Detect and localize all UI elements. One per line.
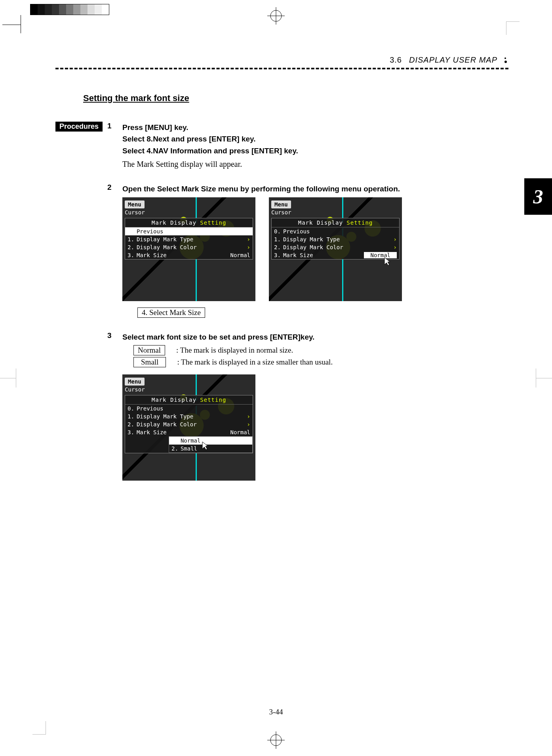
page-body: 3.6 DISAPLAY USER MAP 3 Setting the mark… <box>55 55 508 487</box>
dropdown-item-normal[interactable]: 1.Normal <box>169 437 252 445</box>
mark-size-value: Normal <box>230 252 250 258</box>
options-table: Normal : The mark is displayed in normal… <box>133 345 508 367</box>
panel-item-mark-size[interactable]: 3.Mark Size Normal <box>272 251 399 259</box>
section-number: 3.6 <box>390 55 402 65</box>
cursor-label: Cursor <box>125 386 145 393</box>
dropdown-item-small[interactable]: 2.Small <box>169 445 252 452</box>
option-normal-desc: : The mark is displayed in normal size. <box>176 346 293 355</box>
header-divider <box>55 68 508 69</box>
screenshot-menu-before: Menu Cursor Mark Display Setting 0.Previ… <box>122 197 255 301</box>
panel-item-mark-color[interactable]: 2.Display Mark Color › <box>125 420 253 428</box>
screenshot-menu-after: Menu Cursor Mark Display Setting 0.Previ… <box>269 197 402 301</box>
chevron-right-icon: › <box>394 236 397 242</box>
procedure-block: Procedures 1 Press [MENU] key. Select 8.… <box>55 122 508 487</box>
step-number: 2 <box>107 183 115 325</box>
step-1: 1 Press [MENU] key. Select 8.Next and pr… <box>107 122 508 177</box>
registration-mark-top <box>267 7 285 25</box>
panel-item-previous[interactable]: 0.Previous <box>272 227 399 235</box>
panel-item-mark-size[interactable]: 3.Mark Size Normal <box>125 428 253 436</box>
step1-line2: Select 8.Next and press [ENTER] key. <box>122 133 508 145</box>
inline-step-box: 4. Select Mark Size <box>137 307 205 318</box>
edge-mark-right <box>528 368 552 388</box>
chevron-right-icon: › <box>247 244 250 250</box>
procedures-badge: Procedures <box>55 122 103 132</box>
page-number: 3-44 <box>269 708 283 716</box>
cursor-label: Cursor <box>271 209 291 216</box>
step-2: 2 Open the Select Mark Size menu by perf… <box>107 183 508 325</box>
step1-line1: Press [MENU] key. <box>122 122 508 133</box>
step-number: 3 <box>107 331 115 481</box>
step2-text: Open the Select Mark Size menu by perfor… <box>122 183 508 195</box>
option-small-desc: : The mark is displayed in a size smalle… <box>177 358 333 367</box>
panel-item-mark-type[interactable]: 1.Display Mark Type › <box>125 412 253 420</box>
cursor-label: Cursor <box>125 209 145 216</box>
step-3: 3 Select mark font size to be set and pr… <box>107 331 508 481</box>
chevron-right-icon: › <box>247 421 250 428</box>
decorative-dots-icon <box>504 57 507 63</box>
inner-crop-tr <box>506 21 520 36</box>
panel-item-mark-type[interactable]: 1.Display Mark Type › <box>125 235 253 243</box>
panel-item-mark-color[interactable]: 2.Display Mark Color › <box>272 243 399 251</box>
step-number: 1 <box>107 122 115 177</box>
mark-display-panel: Mark Display Setting 0.Previous 1.Displa… <box>125 218 253 260</box>
panel-item-mark-color[interactable]: 2.Display Mark Color › <box>125 243 253 251</box>
running-head: 3.6 DISAPLAY USER MAP <box>55 55 508 65</box>
mark-size-value-selected: Normal <box>364 252 397 258</box>
panel-item-mark-type[interactable]: 1.Display Mark Type › <box>272 235 399 243</box>
panel-item-mark-size[interactable]: 3.Mark Size Normal <box>125 251 253 259</box>
option-small-box: Small <box>133 357 166 367</box>
density-swatch <box>30 4 109 15</box>
mark-display-panel: Mark Display Setting 0.Previous 1.Displa… <box>125 395 253 453</box>
panel-title-b: Setting <box>200 220 226 226</box>
step1-note: The Mark Setting display will appear. <box>122 160 508 169</box>
panel-item-previous[interactable]: 0.Previous <box>125 405 253 412</box>
chevron-right-icon: › <box>247 236 250 242</box>
section-title: DISAPLAY USER MAP <box>409 55 497 65</box>
option-normal-box: Normal <box>133 345 165 355</box>
step1-line3: Select 4.NAV Information and press [ENTE… <box>122 145 508 157</box>
step3-text: Select mark font size to be set and pres… <box>122 331 508 343</box>
registration-mark-bottom <box>267 731 285 749</box>
inner-crop-bl <box>32 720 46 735</box>
panel-title-a: Mark Display <box>152 220 196 226</box>
menu-button[interactable]: Menu <box>125 200 145 208</box>
subsection-title: Setting the mark font size <box>83 93 508 103</box>
chevron-right-icon: › <box>394 244 397 250</box>
menu-button[interactable]: Menu <box>125 378 145 386</box>
menu-button[interactable]: Menu <box>271 200 291 208</box>
chapter-tab: 3 <box>524 178 552 215</box>
mark-display-panel: Mark Display Setting 0.Previous 1.Displa… <box>271 218 400 260</box>
edge-mark-left <box>0 368 24 388</box>
panel-item-previous[interactable]: 0.Previous <box>125 227 253 235</box>
chevron-right-icon: › <box>247 413 250 420</box>
crop-mark-tl <box>2 15 21 34</box>
screenshot-size-dropdown: Menu Cursor Mark Display Setting 0.Previ… <box>122 374 255 481</box>
